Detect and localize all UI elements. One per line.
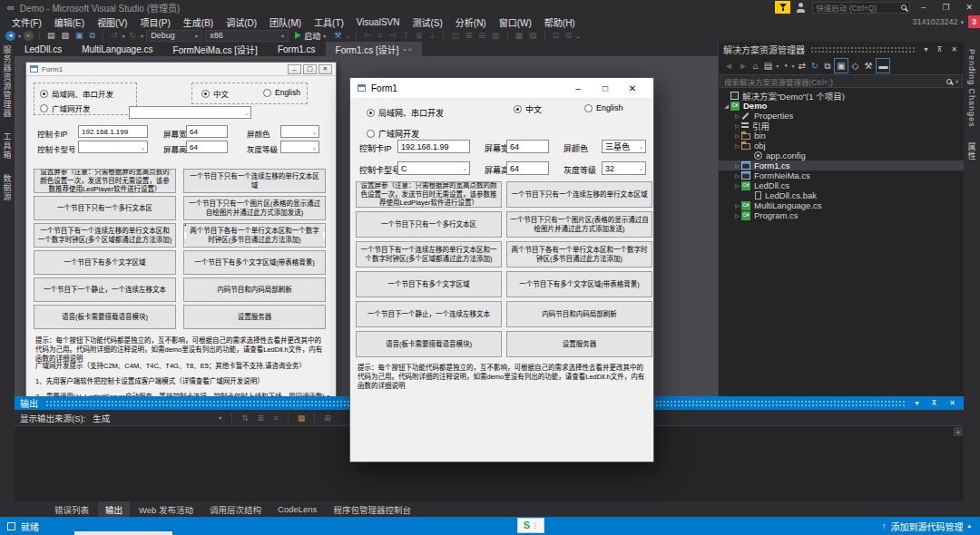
- close-button[interactable]: ✕: [619, 83, 646, 93]
- preview-selected-icon[interactable]: ▬: [876, 58, 890, 73]
- demo-button[interactable]: 一个节目下只有一个图片区(表格的显示通过自绘图片并通过此方式添加发送): [183, 196, 326, 220]
- radio-english[interactable]: English: [584, 103, 623, 112]
- demo-button[interactable]: 一个节目下有一个连续左移的单行文本区和一个数字时钟区(多个区域都通过此方法添加): [34, 223, 176, 248]
- menu-item[interactable]: 工具(T): [308, 15, 350, 29]
- window-position-icon[interactable]: ▾: [922, 45, 929, 54]
- document-tab[interactable]: MultiLanguage.cs • ×: [72, 42, 162, 56]
- model-select[interactable]: ⌄: [78, 141, 148, 153]
- bottom-panel-tab[interactable]: 程序包管理器控制台: [326, 501, 418, 518]
- expand-arrow-icon[interactable]: ▷: [733, 212, 741, 219]
- left-tool-tab[interactable]: 服务器资源管理器: [2, 45, 14, 118]
- maximize-button[interactable]: □: [592, 83, 619, 93]
- bottom-panel-tab[interactable]: 调用层次结构: [202, 501, 269, 518]
- right-tool-tab[interactable]: Pending Changes: [967, 49, 976, 128]
- scrollbar-up-icon[interactable]: ▲: [954, 427, 963, 436]
- nested-files-icon[interactable]: ⧉: [822, 59, 832, 73]
- document-tab[interactable]: Form1.cs • ×: [268, 42, 326, 56]
- account-icon[interactable]: [796, 3, 807, 13]
- demo-button[interactable]: 一个节目下只有一个连续左移的单行文本区域: [506, 181, 652, 208]
- forward-icon[interactable]: ►: [737, 59, 750, 73]
- demo-button[interactable]: 一个节目下有一个连续左移的单行文本区和一个数字时钟区(多个区域都通过此方法添加): [356, 241, 502, 268]
- next-message-icon[interactable]: ≡: [270, 413, 280, 423]
- demo-button[interactable]: 语音(板卡需要搭载语音模块): [34, 305, 176, 329]
- navigate-forward-icon[interactable]: ►: [24, 31, 34, 41]
- demo-button[interactable]: 内码节目和内码局部刷新: [183, 277, 326, 302]
- same-width-icon[interactable]: ◫: [449, 30, 461, 41]
- tree-item[interactable]: ▷ FormNeiMa.cs: [719, 170, 964, 180]
- document-tab[interactable]: Form1.cs [设计] • ×: [326, 42, 423, 56]
- gray-level-select[interactable]: ⌄: [280, 141, 319, 153]
- demo-button[interactable]: 一个节目下有多个文字区域(带表格背景): [506, 271, 652, 297]
- document-tab[interactable]: LedDll.cs • ×: [15, 42, 72, 56]
- designer-form[interactable]: Form1 – ▢ ✕ 局域网、串口开发 广域网开发 中文 English ⌄ …: [25, 62, 337, 399]
- right-tool-tab[interactable]: 属性: [966, 142, 978, 160]
- same-height-icon[interactable]: ⊟: [477, 30, 488, 41]
- menu-item[interactable]: 分析(N): [449, 15, 493, 29]
- align-bottom-icon[interactable]: ⊥: [427, 30, 438, 41]
- tree-item[interactable]: ▷ obj: [719, 141, 964, 151]
- menu-item[interactable]: 调试(D): [220, 15, 263, 29]
- align-right-icon[interactable]: ⊣: [387, 30, 397, 41]
- solution-platform-select[interactable]: x86▾: [205, 30, 289, 42]
- output-source-select[interactable]: 生成▾: [89, 412, 225, 423]
- tree-item[interactable]: ▷ Properties: [719, 111, 964, 121]
- vertical-spacing-icon[interactable]: ▤: [527, 30, 539, 41]
- demo-button[interactable]: 语音(板卡需要搭载语音模块): [356, 331, 502, 357]
- align-middle-icon[interactable]: ≣: [414, 30, 425, 41]
- radio-chinese[interactable]: 中文: [514, 103, 542, 115]
- menu-item[interactable]: 团队(M): [263, 15, 308, 29]
- tree-item[interactable]: ▷ LedDll.cs: [719, 180, 964, 190]
- demo-button[interactable]: 一个节目下有多个文字区域(带表格背景): [183, 250, 326, 275]
- open-file-icon[interactable]: ▨: [60, 30, 72, 41]
- close-tab-icon[interactable]: ×: [408, 45, 413, 54]
- view-code-icon[interactable]: ◇: [850, 59, 861, 73]
- demo-button[interactable]: 一个节目下只有一个图片区(表格的显示通过自绘图片并通过此方式添加发送): [506, 211, 652, 238]
- goto-message-icon[interactable]: ⇅: [239, 413, 251, 423]
- bottom-panel-tab[interactable]: 输出: [98, 501, 130, 518]
- ime-toolbar[interactable]: S ⋮: [517, 518, 544, 533]
- close-panel-icon[interactable]: ✕: [949, 45, 959, 54]
- prev-message-icon[interactable]: ≣: [255, 413, 268, 423]
- toolbar-overflow-icon[interactable]: ⌄: [576, 33, 581, 39]
- menu-item[interactable]: 生成(B): [177, 15, 220, 29]
- align-center-icon[interactable]: ≡: [376, 30, 384, 41]
- close-button[interactable]: ✕: [960, 3, 978, 12]
- screen-width-input[interactable]: 64: [186, 125, 228, 138]
- model-select[interactable]: C⌄: [397, 161, 470, 175]
- expand-arrow-icon[interactable]: ▷: [733, 142, 741, 149]
- notification-badge[interactable]: 3: [968, 15, 980, 28]
- minimize-button[interactable]: –: [916, 3, 931, 12]
- bottom-panel-tab[interactable]: Web 发布活动: [132, 501, 201, 518]
- ip-input[interactable]: 192.168.1.199: [78, 125, 148, 138]
- screen-height-input[interactable]: 64: [186, 141, 228, 153]
- document-tab[interactable]: FormNeiMa.cs [设计] • ×: [163, 42, 268, 56]
- source-control-action[interactable]: ↑ 添加到源代码管理 ▴: [882, 520, 971, 533]
- bring-to-front-icon[interactable]: ⊡: [551, 30, 562, 41]
- restore-button[interactable]: ❐: [936, 3, 955, 12]
- quick-launch-input[interactable]: 快速启动 (Ctrl+Q): [812, 2, 910, 14]
- tree-item[interactable]: ▷ MultiLanguage.cs: [719, 200, 964, 210]
- radio-lan-serial[interactable]: 局域网、串口开发: [367, 107, 444, 119]
- expand-arrow-icon[interactable]: ▷: [733, 202, 741, 209]
- horizontal-spacing-icon[interactable]: ▦: [514, 30, 525, 41]
- solution-configuration-select[interactable]: Debug▾: [146, 30, 202, 42]
- expand-arrow-icon[interactable]: ▷: [733, 112, 741, 119]
- demo-button[interactable]: 设置服务器: [183, 305, 326, 329]
- left-tool-tab[interactable]: 数据源: [2, 174, 14, 201]
- menu-item[interactable]: 测试(S): [406, 15, 448, 29]
- screen-color-select[interactable]: 三基色⌄: [602, 140, 646, 153]
- tree-item[interactable]: app.config: [719, 151, 964, 160]
- demo-button[interactable]: 设置服务器: [506, 331, 652, 357]
- pending-changes-filter-icon[interactable]: ◔: [780, 59, 789, 73]
- demo-button[interactable]: 一个节目下只有一个多行文本区: [356, 211, 502, 238]
- redo-icon[interactable]: ↻: [128, 30, 139, 41]
- tree-item[interactable]: LedDll.cs.bak: [719, 190, 964, 200]
- start-debug-button[interactable]: 启动 ▾: [291, 30, 329, 42]
- align-top-icon[interactable]: ⊤: [400, 30, 411, 41]
- account-id[interactable]: 3141023242▾: [912, 17, 964, 26]
- tree-item[interactable]: ◢ Demo: [719, 101, 964, 111]
- send-to-back-icon[interactable]: ⧉: [564, 30, 573, 41]
- demo-button[interactable]: 一个节目下有多个文字区域: [34, 250, 176, 275]
- tree-item[interactable]: ▷ 引用: [719, 121, 964, 131]
- tree-item[interactable]: ▷ Program.cs: [719, 210, 964, 220]
